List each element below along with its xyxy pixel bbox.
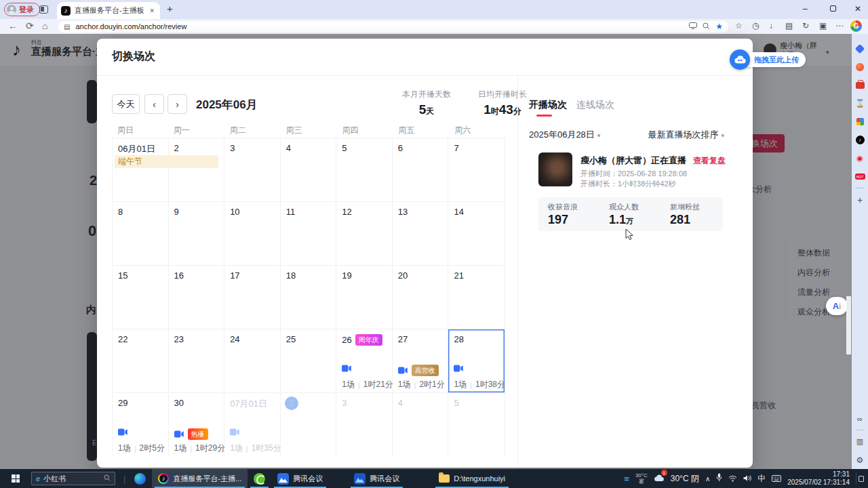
calendar-day-cell[interactable]: 9 xyxy=(169,202,225,266)
favorites-icon[interactable]: ☆ xyxy=(735,21,743,30)
taskbar-app-folder[interactable]: D:\tengxunhuiyi xyxy=(433,469,511,488)
next-month-button[interactable]: › xyxy=(167,94,187,114)
calendar-day-cell[interactable]: 4 xyxy=(281,138,337,202)
calendar-day-cell[interactable]: 8 xyxy=(113,202,169,266)
calendar-day-cell[interactable]: 3 xyxy=(224,138,281,202)
calendar-day-cell[interactable]: 26周年庆1场|1时21分 xyxy=(336,329,393,393)
refresh-icon[interactable]: ⟳ xyxy=(26,20,34,31)
taskbar-app-green[interactable] xyxy=(248,469,271,488)
taskbar-search-input[interactable]: e 小红书 xyxy=(31,472,115,485)
calendar-day-cell[interactable]: 281场|1时38分 xyxy=(448,329,505,393)
calendar-day-cell[interactable]: 15 xyxy=(113,266,169,329)
url-text[interactable]: anchor.douyin.com/anchor/review xyxy=(75,22,684,30)
tag-icon[interactable] xyxy=(852,39,868,58)
calendar-day-cell[interactable]: 18 xyxy=(281,266,337,329)
calendar-day-cell[interactable]: 27高营收1场|2时1分 xyxy=(393,329,449,393)
more-menu-icon[interactable]: ⋯ xyxy=(835,21,844,30)
calendar-day-cell[interactable]: 25 xyxy=(281,329,337,393)
sort-dropdown[interactable]: 最新直播场次排序▾ xyxy=(648,129,724,141)
weather-cloud-icon[interactable]: 1 xyxy=(654,472,665,485)
calendar-day-cell[interactable]: 291场|2时5分 xyxy=(113,393,169,457)
new-tab-button[interactable]: + xyxy=(167,3,173,14)
site-info-icon[interactable]: ▤ xyxy=(64,23,70,30)
bookmark-star-icon[interactable]: ★ xyxy=(715,22,723,31)
browser-tab[interactable]: ♪ 直播服务平台-主播板 ✕ xyxy=(57,2,160,19)
tab-close-icon[interactable]: ✕ xyxy=(148,6,156,16)
view-replay-link[interactable]: 查看复盘 xyxy=(693,155,726,167)
calendar-day-cell[interactable]: 11 xyxy=(281,202,337,266)
taskbar-app-tencent-meeting[interactable]: 腾讯会议 xyxy=(271,469,329,488)
add-shortcut-icon[interactable]: + xyxy=(852,190,868,209)
red-pill-icon[interactable]: HOT xyxy=(852,167,868,186)
tab-link-sessions[interactable]: 连线场次 xyxy=(576,99,614,111)
ai-assistant-button[interactable]: Ai xyxy=(826,297,848,315)
calendar-day-cell[interactable]: 16 xyxy=(169,266,225,329)
calendar-day-cell[interactable]: 2 xyxy=(281,393,337,457)
calendar-day-cell[interactable]: 19 xyxy=(336,266,393,329)
home-icon[interactable]: ⌂ xyxy=(42,20,47,31)
window-minimize-button[interactable]: – xyxy=(803,4,808,14)
tray-menu-icon[interactable]: ≡ xyxy=(624,474,629,484)
calendar-day-cell[interactable]: 21 xyxy=(448,266,505,329)
weibo-icon[interactable]: ◉ xyxy=(852,149,868,167)
downloads-icon[interactable]: ↓ xyxy=(769,21,773,30)
address-bar[interactable]: ▤ anchor.douyin.com/anchor/review ★ xyxy=(58,21,728,33)
sync-icon[interactable]: ↻ xyxy=(802,21,809,30)
calendar-day-cell[interactable]: 20 xyxy=(393,266,449,329)
prev-month-button[interactable]: ‹ xyxy=(144,94,164,114)
speaker-icon[interactable] xyxy=(743,472,751,485)
glasses-icon[interactable]: ∞ xyxy=(852,409,868,428)
microphone-icon[interactable] xyxy=(716,472,722,485)
weather-main[interactable]: 30°C 阴 xyxy=(671,473,699,485)
back-icon[interactable]: ← xyxy=(8,20,18,31)
taskbar-app-tencent-meeting-2[interactable]: 腾讯会议 xyxy=(348,469,406,488)
powerpoint-icon[interactable] xyxy=(852,58,868,76)
calendar-day-cell[interactable]: 2 xyxy=(169,138,225,202)
calendar-day-cell[interactable]: 5 xyxy=(448,393,505,457)
window-restore-button[interactable] xyxy=(830,5,836,12)
notification-center-button[interactable] xyxy=(856,472,865,485)
calendar-day-cell[interactable]: 13 xyxy=(393,202,449,266)
profile-avatar[interactable]: G xyxy=(850,20,862,32)
history-icon[interactable]: ◷ xyxy=(752,21,759,30)
taskbar-app-edge[interactable] xyxy=(128,469,152,488)
calendar-day-cell[interactable]: 10 xyxy=(224,202,281,266)
calendar-day-cell[interactable]: 3 xyxy=(336,393,393,457)
tray-expand-icon[interactable]: ∧ xyxy=(705,475,710,483)
wifi-icon[interactable] xyxy=(728,472,737,485)
browser-login-button[interactable]: 登录 xyxy=(4,3,40,16)
taskbar-app-live-platform[interactable]: 直播服务平台-主播... xyxy=(152,469,248,488)
today-button[interactable]: 今天 xyxy=(112,94,140,114)
toolbox-icon[interactable] xyxy=(852,76,868,94)
calendar-day-cell[interactable]: 30热播1场|1时29分 xyxy=(169,393,225,457)
calendar-day-cell[interactable]: 23 xyxy=(169,329,225,393)
calendar-day-cell[interactable]: 07月01日1场|1时35分 xyxy=(224,393,281,457)
calendar-day-cell[interactable]: 17 xyxy=(224,266,281,329)
tiktok-icon[interactable]: ♪ xyxy=(852,131,868,149)
hourglass-icon[interactable]: ⌛ xyxy=(852,94,868,113)
settings-gear-icon[interactable]: ⚙ xyxy=(852,451,868,469)
taskbar-clock[interactable]: 17:312025/07/02 17:31:14 xyxy=(787,470,850,487)
calendar-day-cell[interactable]: 6 xyxy=(393,138,449,202)
calendar-day-cell[interactable]: 24 xyxy=(224,329,281,393)
start-button[interactable] xyxy=(0,469,31,488)
calendar-day-cell[interactable]: 06月01日端午节 xyxy=(113,138,169,202)
input-language-indicator[interactable]: 中 xyxy=(757,473,766,485)
tab-live-sessions[interactable]: 开播场次 xyxy=(529,99,567,111)
reading-list-icon[interactable]: ▤ xyxy=(785,21,793,30)
calendar-day-cell[interactable]: 14 xyxy=(448,202,505,266)
zoom-icon[interactable] xyxy=(703,22,710,31)
calendar-day-cell[interactable]: 4 xyxy=(393,393,449,457)
calendar-day-cell[interactable]: 22 xyxy=(113,329,169,393)
date-filter-dropdown[interactable]: 2025年06月28日▾ xyxy=(529,129,600,141)
workspace-icon[interactable]: ▣ xyxy=(819,21,827,30)
calendar-day-cell[interactable]: 7 xyxy=(448,138,505,202)
cast-icon[interactable] xyxy=(689,22,697,30)
keyboard-icon[interactable] xyxy=(772,472,781,485)
calendar-day-cell[interactable]: 5 xyxy=(336,138,393,202)
apps-grid-icon[interactable] xyxy=(852,113,868,131)
window-close-button[interactable]: ✕ xyxy=(854,4,861,14)
panel-toggle-icon[interactable]: ▥ xyxy=(852,432,868,451)
scrollbar-thumb[interactable] xyxy=(846,296,851,354)
calendar-day-cell[interactable]: 12 xyxy=(336,202,393,266)
